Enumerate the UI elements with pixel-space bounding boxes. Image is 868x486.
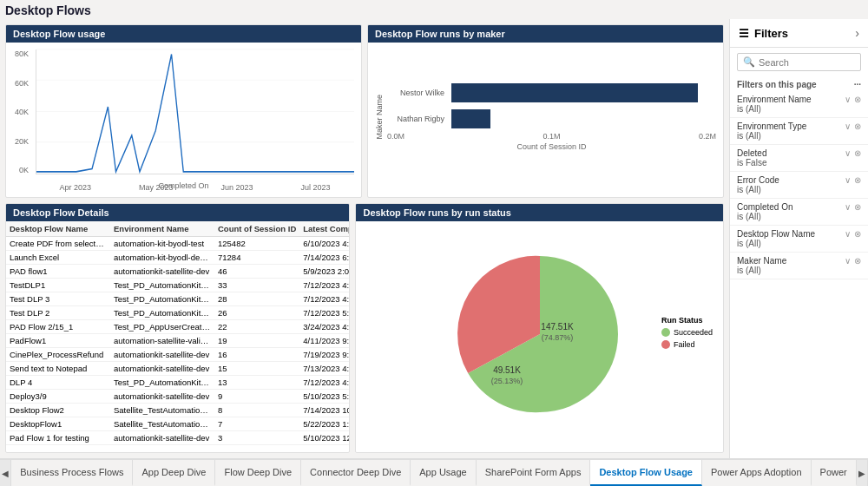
tab-nav-right[interactable]: ▶ [857,460,868,486]
table-cell: Test_PD_AutomationKit_Satellite [110,292,214,306]
table-cell: automation-kit-byodl-test [110,237,214,251]
filter-expand-icon[interactable]: ∨ [845,175,851,185]
table-row: DLP 4Test_PD_AutomationKit_Satellite137/… [6,376,349,390]
maker-y-label: Maker Name [375,95,384,140]
filter-value: is (All) [737,104,861,114]
filter-name: Deleted ∨ ⊗ [737,148,861,158]
filter-clear-icon[interactable]: ⊗ [854,95,861,104]
tab-app-usage[interactable]: App Usage [411,460,476,486]
filter-clear-icon[interactable]: ⊗ [854,122,861,131]
table-cell: TestDLP1 [6,279,110,292]
table-cell: 7/12/2023 5:21:34 AM [299,306,349,320]
table-cell: Test DLP 3 [6,292,110,306]
col-header-env: Environment Name [110,221,214,237]
table-row: Send text to Notepadautomationkit-satell… [6,362,349,376]
table-cell: DLP 4 [6,376,110,390]
filters-close-button[interactable]: › [855,26,859,40]
maker-bar-row: Nestor Wilke [387,83,716,102]
col-header-date: Latest Completed On [299,221,349,237]
filter-item[interactable]: Environment Name ∨ ⊗ is (All) [730,91,868,118]
filters-section-label: Filters on this page ··· [730,76,868,91]
table-row: TestDLP1Test_PD_AutomationKit_Satellite3… [6,279,349,292]
table-cell: 8 [214,404,299,417]
table-cell: automation-satellite-validation [110,334,214,348]
table-wrapper[interactable]: Desktop Flow Name Environment Name Count… [6,221,349,447]
filter-expand-icon[interactable]: ∨ [845,95,851,104]
table-cell: Satellite_TestAutomationKIT [110,404,214,417]
filter-item[interactable]: Deleted ∨ ⊗ is False [730,145,868,172]
bottom-tabs: ◀ Business Process FlowsApp Deep DiveFlo… [0,458,868,486]
tab-power-apps-adoption[interactable]: Power Apps Adoption [702,460,812,486]
table-cell: PadFlow1 [6,334,110,348]
filter-expand-icon[interactable]: ∨ [845,229,851,239]
table-cell: Launch Excel [6,251,110,265]
table-row: PAD Flow 2/15_1Test_PD_AppUserCreation22… [6,320,349,334]
filter-item[interactable]: Environment Type ∨ ⊗ is (All) [730,118,868,145]
table-cell: 13 [214,376,299,390]
table-cell: automationkit-satellite-dev [110,362,214,376]
tab-business-process-flows[interactable]: Business Process Flows [11,460,133,486]
table-cell: 46 [214,265,299,279]
chart-area [36,49,354,174]
table-cell: 28 [214,292,299,306]
table-cell: Send text to Notepad [6,362,110,376]
filter-item[interactable]: Error Code ∨ ⊗ is (All) [730,172,868,199]
tab-flow-deep-dive[interactable]: Flow Deep Dive [215,460,301,486]
usage-chart-card: Desktop Flow usage 80K 60K 40K 20K 0K [5,24,362,198]
col-header-count: Count of Session ID [214,221,299,237]
maker-chart-body: Maker Name Nestor Wilke Nathan Rigby [368,43,723,192]
filter-clear-icon[interactable]: ⊗ [854,148,861,158]
table-cell: 16 [214,348,299,362]
table-cell: CinePlex_ProcessRefund [6,348,110,362]
search-icon: 🔍 [743,56,755,68]
filters-title: ☰ Filters [739,27,788,40]
table-cell: 19 [214,334,299,348]
tab-connector-deep-dive[interactable]: Connector Deep Dive [301,460,411,486]
table-cell: 7/12/2023 4:30:45 AM [299,279,349,292]
filter-value: is (All) [737,266,861,275]
filters-search-box[interactable]: 🔍 [737,53,861,71]
filter-expand-icon[interactable]: ∨ [845,256,851,266]
filter-expand-icon[interactable]: ∨ [845,122,851,131]
filter-expand-icon[interactable]: ∨ [845,202,851,212]
succeeded-dot [661,328,670,337]
table-cell: Test_PD_AutomationKit_Satellite [110,376,214,390]
tab-nav-left[interactable]: ◀ [0,460,11,486]
filters-search-input[interactable] [759,57,855,68]
filter-name: Error Code ∨ ⊗ [737,175,861,185]
tab-desktop-flow-usage[interactable]: Desktop Flow Usage [590,460,702,486]
filter-clear-icon[interactable]: ⊗ [854,229,861,239]
tab-app-deep-dive[interactable]: App Deep Dive [133,460,215,486]
maker-bar-1 [451,83,698,102]
filter-clear-icon[interactable]: ⊗ [854,256,861,266]
legend-failed: Failed [661,340,713,349]
filter-item[interactable]: Completed On ∨ ⊗ is (All) [730,199,868,226]
table-cell: 7/13/2023 4:30:51 AM [299,362,349,376]
table-card-title: Desktop Flow Details [6,204,349,221]
table-cell: automationkit-satellite-dev [110,390,214,404]
table-row: CinePlex_ProcessRefundautomationkit-sate… [6,348,349,362]
filters-header: ☰ Filters › [730,19,868,48]
filter-value: is False [737,158,861,167]
table-cell: 33 [214,279,299,292]
table-row: Deploy3/9automationkit-satellite-dev95/1… [6,390,349,404]
table-cell: 9 [214,390,299,404]
table-cell: 4/11/2023 9:40:26 AM [299,334,349,348]
table-cell: 6/10/2023 4:30:16 AM [299,237,349,251]
pie-legend: Run Status Succeeded Failed [661,316,713,352]
filter-clear-icon[interactable]: ⊗ [854,202,861,212]
succeeded-pct: (74.87%) [541,333,573,342]
table-row: PadFlow1automation-satellite-validation1… [6,334,349,348]
filters-panel: ☰ Filters › 🔍 Filters on this page ··· E… [729,19,868,458]
table-row: PAD flow1automationkit-satellite-dev465/… [6,265,349,279]
table-cell: PAD flow1 [6,265,110,279]
filter-item[interactable]: Maker Name ∨ ⊗ is (All) [730,253,868,279]
table-cell: Test_PD_AutomationKit_Satellite [110,279,214,292]
filter-clear-icon[interactable]: ⊗ [854,175,861,185]
tab-sharepoint-form-apps[interactable]: SharePoint Form Apps [477,460,591,486]
succeeded-legend-label: Succeeded [674,328,713,337]
filter-item[interactable]: Desktop Flow Name ∨ ⊗ is (All) [730,226,868,253]
filter-expand-icon[interactable]: ∨ [845,148,851,158]
tab-power[interactable]: Power [812,460,857,486]
details-table: Desktop Flow Name Environment Name Count… [6,221,349,445]
